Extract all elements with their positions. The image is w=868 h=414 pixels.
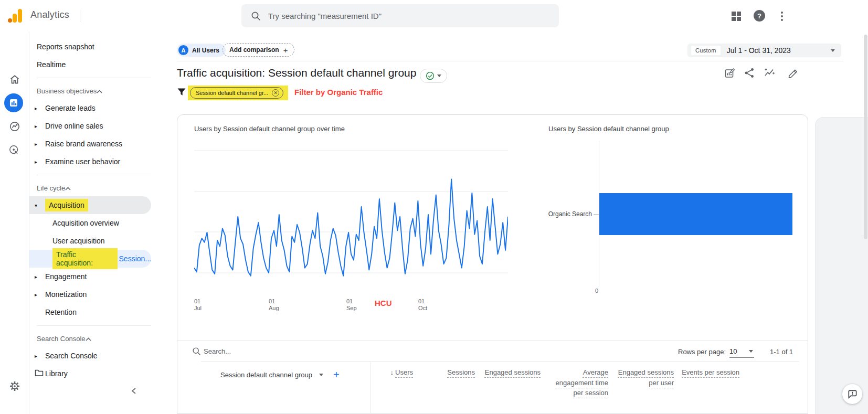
divider xyxy=(37,325,151,326)
collapsed-right-panel xyxy=(815,117,868,414)
line-chart xyxy=(194,137,508,293)
plus-icon: + xyxy=(283,46,288,55)
check-circle-icon xyxy=(426,71,435,80)
sidebar-item-reports-snapshot[interactable]: Reports snapshot xyxy=(29,38,151,56)
add-comparison-button[interactable]: Add comparison + xyxy=(223,43,294,57)
table-search-icon xyxy=(192,347,201,356)
annotation-filter-text: Filter by Organic Traffic xyxy=(294,88,383,97)
sidebar-item-suffix: Session... xyxy=(119,254,151,263)
column-header-label: Events per session xyxy=(682,368,739,376)
chevron-right-icon: ▸ xyxy=(35,274,45,280)
edit-pencil-icon[interactable] xyxy=(787,67,799,79)
add-dimension-icon[interactable]: + xyxy=(333,369,340,381)
sidebar-item-examine-user-behavior[interactable]: ▸Examine user behavior xyxy=(29,153,151,171)
sidebar-section-life-cycle[interactable]: Life cycle xyxy=(29,179,151,196)
sidebar-section-search-console[interactable]: Search Console xyxy=(29,330,151,347)
column-header-label: Average engagement time per session xyxy=(556,368,608,397)
sidebar-item-realtime[interactable]: Realtime xyxy=(29,56,151,73)
sidebar-item-label: Engagement xyxy=(45,272,87,281)
kebab-menu-icon[interactable] xyxy=(778,10,786,22)
chevron-up-icon xyxy=(65,184,71,192)
column-header-engaged-sessions-per-user[interactable]: Engaged sessions per user xyxy=(615,367,674,388)
sort-descending-icon: ↓ xyxy=(390,368,394,376)
settings-gear-icon[interactable] xyxy=(9,380,20,392)
customize-report-icon[interactable] xyxy=(724,67,736,79)
divider xyxy=(37,175,151,175)
column-header-users[interactable]: ↓Users xyxy=(354,367,413,378)
home-icon[interactable] xyxy=(9,73,20,85)
column-header-events-per-session[interactable]: Events per session xyxy=(681,367,739,378)
sidebar-item-monetization[interactable]: ▸Monetization xyxy=(29,285,151,303)
sidebar-item-traffic-acquisition[interactable]: Traffic acquisition:Session... xyxy=(29,250,151,268)
grid-icon[interactable] xyxy=(731,10,742,22)
avatar: A xyxy=(178,45,188,55)
chevron-right-icon: ▸ xyxy=(35,141,45,147)
column-header-sessions[interactable]: Sessions xyxy=(416,367,475,378)
sidebar-item-acquisition-overview[interactable]: Acquisition overview xyxy=(29,214,151,232)
sidebar-item-generate-leads[interactable]: ▸Generate leads xyxy=(29,99,151,117)
search-input[interactable] xyxy=(268,12,531,20)
bar-axis-zero-label: 0 xyxy=(595,288,598,294)
sidebar-item-label: Generate leads xyxy=(45,104,96,112)
bar-chart-icon xyxy=(8,98,19,108)
add-comparison-label: Add comparison xyxy=(229,46,279,54)
left-icon-rail xyxy=(0,31,29,414)
advertising-icon[interactable] xyxy=(9,145,20,156)
search-icon xyxy=(251,11,261,21)
sidebar-item-label: Raise brand awareness xyxy=(45,140,122,148)
filter-chip-label: Session default channel gr... xyxy=(196,90,268,96)
column-header-average-engagement-time-per-session[interactable]: Average engagement time per session xyxy=(549,367,608,398)
data-quality-badge[interactable] xyxy=(420,69,447,83)
sidebar-item-label: Library xyxy=(45,369,68,378)
sidebar-item-label: User acquisition xyxy=(52,237,105,245)
chevron-down-icon xyxy=(319,374,323,376)
all-users-chip[interactable]: A All Users xyxy=(177,44,226,57)
explore-icon[interactable] xyxy=(9,121,20,132)
table-search-input[interactable] xyxy=(204,345,361,357)
collapse-drawer-icon[interactable] xyxy=(130,387,139,395)
vertical-scrollbar[interactable] xyxy=(864,35,867,239)
sidebar-item-acquisition[interactable]: ▾Acquisition xyxy=(29,196,151,214)
dimension-header-label: Session default channel group xyxy=(220,371,312,379)
rows-per-page-value: 10 xyxy=(729,347,737,355)
sidebar-item-label: Reports snapshot xyxy=(37,43,94,51)
rows-per-page-select[interactable]: 10 xyxy=(729,345,754,358)
sidebar-item-label: Traffic acquisition: xyxy=(52,248,118,269)
help-icon[interactable]: ? xyxy=(754,10,765,22)
sidebar-item-library[interactable]: Library xyxy=(29,365,151,383)
annotation-hcu-text: HCU xyxy=(375,299,392,307)
sidebar-item-user-acquisition[interactable]: User acquisition xyxy=(29,232,151,250)
app-title: Analytics xyxy=(30,9,69,20)
sidebar-item-retention[interactable]: Retention xyxy=(29,303,151,321)
filter-funnel-icon[interactable] xyxy=(177,88,186,97)
chevron-up-icon xyxy=(97,87,102,95)
filter-chip[interactable]: Session default channel gr... ✕ xyxy=(190,87,283,99)
share-icon[interactable] xyxy=(744,67,755,79)
analytics-logo-icon xyxy=(7,8,23,23)
sidebar-item-engagement[interactable]: ▸Engagement xyxy=(29,268,151,285)
sidebar-item-raise-brand-awareness[interactable]: ▸Raise brand awareness xyxy=(29,135,151,153)
column-header-engaged-sessions[interactable]: Engaged sessions xyxy=(482,367,541,378)
page: Analytics ? xyxy=(0,0,868,414)
sidebar-item-label: Acquisition overview xyxy=(52,219,119,227)
feedback-button[interactable] xyxy=(842,384,862,404)
reports-icon[interactable] xyxy=(4,93,23,112)
dimension-header[interactable]: Session default channel group + xyxy=(220,368,340,381)
rows-per-page-label: Rows per page: xyxy=(678,348,726,356)
insights-icon[interactable] xyxy=(764,67,775,79)
divider xyxy=(177,340,808,341)
x-tick-label: 01Sep xyxy=(346,298,371,312)
close-icon[interactable]: ✕ xyxy=(272,89,279,97)
column-header-label: Engaged sessions per user xyxy=(618,368,674,387)
sidebar-section-title: Search Console xyxy=(37,335,86,343)
sidebar-item-drive-online-sales[interactable]: ▸Drive online sales xyxy=(29,117,151,135)
line-chart-title: Users by Session default channel group o… xyxy=(194,125,345,133)
sidebar-item-search-console[interactable]: ▸Search Console xyxy=(29,347,151,365)
chevron-right-icon: ▸ xyxy=(35,123,45,129)
chevron-right-icon: ▸ xyxy=(35,353,45,359)
date-range-picker[interactable]: Custom Jul 1 - Oct 31, 2023 xyxy=(687,44,841,57)
x-tick-label: 01Aug xyxy=(269,298,293,312)
global-search[interactable] xyxy=(241,4,559,27)
folder-icon xyxy=(35,369,45,378)
sidebar-section-business-objectives[interactable]: Business objectives xyxy=(29,82,151,99)
